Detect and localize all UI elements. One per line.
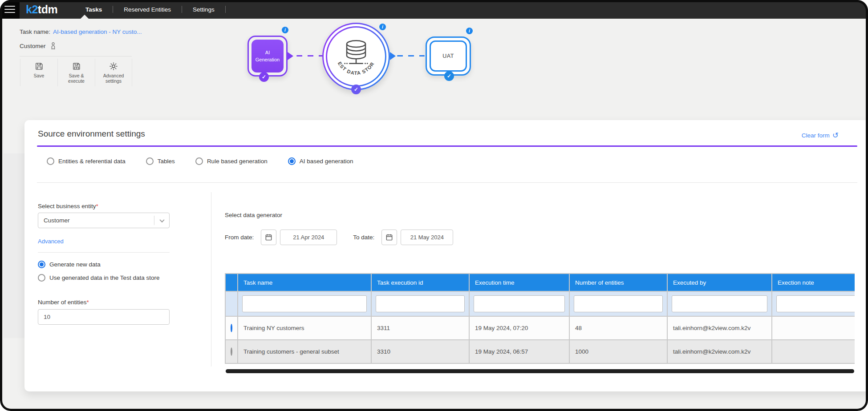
filter-selector-cell	[226, 292, 238, 317]
cell-number-of-entities: 48	[570, 317, 668, 340]
filter-input-executed-by[interactable]	[672, 295, 767, 312]
source-option-generate-new-data[interactable]: Generate new data	[38, 261, 159, 268]
background-panel-edge	[4, 153, 24, 338]
calendar-icon	[265, 234, 272, 241]
header-divider	[20, 56, 132, 56]
cell-task-execution-id: 3310	[372, 340, 470, 364]
from-date-label: From date:	[225, 234, 254, 241]
mode-option-rule-based-generation[interactable]: Rule based generation	[195, 157, 268, 165]
cell-exection-note	[772, 340, 855, 364]
required-mark: *	[96, 203, 98, 210]
app-window: k2tdm TasksReserved EntitiesSettings Tas…	[0, 0, 868, 411]
save-icon	[34, 61, 44, 71]
cell-execution-time: 19 May 2024, 06:57	[470, 340, 570, 364]
cell-executed-by: tali.einhorn@k2view.com.k2v	[668, 340, 772, 364]
entity-line: Customer	[20, 42, 56, 50]
entities-count-input[interactable]	[38, 309, 170, 325]
database-icon: TEST DATA STORE	[328, 28, 384, 85]
logo-tdm: tdm	[38, 3, 57, 16]
tab-separator	[225, 6, 226, 13]
source-option-use-generated-data-in-the-test-data-store[interactable]: Use generated data in the Test data stor…	[38, 274, 159, 282]
header-selector-cell	[226, 274, 238, 292]
generation-mode-options: Entities & referential dataTablesRule ba…	[47, 157, 353, 165]
app-logo: k2tdm	[26, 0, 57, 19]
clear-form-label: Clear form	[802, 132, 830, 139]
business-entity-label: Select business entity*	[38, 203, 98, 210]
uat-node[interactable]: UAT	[426, 36, 471, 76]
table-horizontal-scrollbar[interactable]	[226, 369, 854, 373]
save-execute-button-label: Save & execute	[63, 73, 90, 84]
cell-task-name: Training customers - general subset	[238, 340, 372, 364]
ai-generation-node-label: AI Generation	[251, 40, 284, 73]
radio-label: Use generated data in the Test data stor…	[49, 274, 159, 281]
clear-form-link[interactable]: Clear form ↺	[802, 132, 839, 139]
cell-task-name: Training NY customers	[238, 317, 372, 340]
table-row[interactable]: Training NY customers331119 May 2024, 07…	[226, 317, 855, 340]
data-source-options: Generate new dataUse generated data in t…	[38, 261, 159, 282]
row-radio-selected[interactable]	[231, 324, 232, 332]
table-filter-row	[226, 292, 855, 317]
filter-input-task-execution-id[interactable]	[376, 295, 465, 312]
column-header-task-execution-id[interactable]: Task execution id	[372, 274, 470, 292]
advanced-link[interactable]: Advanced	[38, 238, 64, 245]
from-date-calendar-button[interactable]	[261, 230, 276, 245]
mode-option-entities-referential-data[interactable]: Entities & referential data	[47, 157, 126, 165]
ai-node-arrow	[288, 52, 293, 60]
filter-input-exection-note[interactable]	[776, 295, 855, 312]
data-generator-label: Select data generator	[225, 212, 282, 218]
cell-execution-time: 19 May 2024, 07:20	[470, 317, 570, 340]
cell-executed-by: tali.einhorn@k2view.com.k2v	[668, 317, 772, 340]
left-column-divider	[38, 252, 170, 253]
radio-unselected-icon	[146, 157, 154, 165]
save-execute-button[interactable]: Save & execute	[57, 59, 95, 86]
radio-label: Generate new data	[49, 261, 101, 268]
to-date-calendar-button[interactable]	[381, 230, 397, 245]
column-header-execution-time[interactable]: Execution time	[470, 274, 570, 292]
advanced-settings-button[interactable]: Advanced settings	[95, 59, 132, 86]
person-icon	[50, 42, 56, 50]
radio-unselected-icon	[47, 157, 54, 165]
column-header-executed-by[interactable]: Executed by	[668, 274, 772, 292]
nav-tabs: TasksReserved EntitiesSettings	[75, 0, 226, 19]
cell-number-of-entities: 1000	[570, 340, 668, 364]
radio-unselected-icon	[38, 274, 45, 282]
table-row[interactable]: Training customers - general subset33101…	[226, 340, 855, 364]
filter-input-execution-time[interactable]	[474, 295, 565, 312]
business-entity-select[interactable]: Customer	[38, 213, 170, 228]
to-date-input[interactable]	[401, 230, 453, 245]
save-execute-icon	[72, 61, 81, 71]
store-node-arrow	[390, 52, 396, 60]
task-name-link[interactable]: AI-based generation - NY custo...	[53, 28, 142, 35]
tab-reserved-entities[interactable]: Reserved Entities	[113, 6, 182, 13]
mode-option-tables[interactable]: Tables	[146, 157, 175, 165]
row-radio-unselected[interactable]	[231, 347, 232, 356]
ai-generation-node[interactable]: AI Generation	[247, 36, 288, 77]
column-header-exection-note[interactable]: Exection note	[772, 274, 855, 292]
uat-node-info-icon[interactable]: i	[466, 28, 473, 34]
column-header-number-of-entities[interactable]: Number of entities	[570, 274, 668, 292]
business-entity-value: Customer	[38, 217, 154, 224]
tab-tasks[interactable]: Tasks	[75, 6, 113, 13]
radio-label: Rule based generation	[207, 158, 268, 165]
save-button-label: Save	[25, 73, 53, 78]
mode-option-ai-based-generation[interactable]: AI based generation	[288, 157, 353, 165]
filter-input-number-of-entities[interactable]	[574, 295, 663, 312]
connector-store-to-uat	[397, 55, 425, 56]
task-name-line: Task name:AI-based generation - NY custo…	[20, 28, 142, 35]
save-button[interactable]: Save	[20, 59, 57, 86]
gear-icon	[109, 61, 118, 71]
from-date-input[interactable]	[280, 230, 337, 245]
to-date-label: To date:	[353, 234, 374, 241]
column-header-task-name[interactable]: Task name	[238, 274, 372, 292]
tab-settings[interactable]: Settings	[182, 6, 225, 13]
test-data-store-node[interactable]: TEST DATA STORE	[322, 23, 390, 90]
task-name-label: Task name:	[20, 28, 50, 35]
source-environment-panel: Source environment settings Clear form ↺…	[24, 120, 868, 391]
section-divider	[37, 182, 857, 183]
ai-node-info-icon[interactable]: i	[282, 27, 288, 33]
filter-input-task-name[interactable]	[242, 295, 367, 312]
store-node-label: TEST DATA STORE	[328, 28, 375, 76]
logo-k2: k2	[26, 3, 38, 16]
executions-table-wrap: Task nameTask execution idExecution time…	[225, 273, 855, 364]
hamburger-menu-icon[interactable]	[0, 0, 20, 19]
